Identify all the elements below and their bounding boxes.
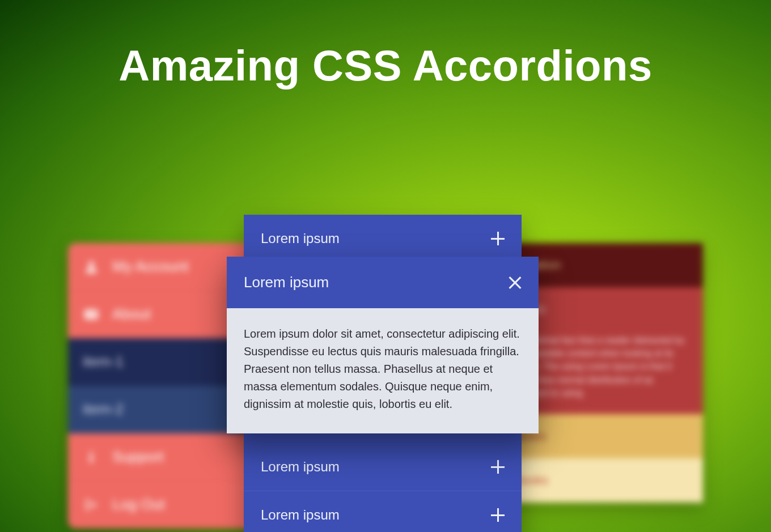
sidebar-item-label: About [112,305,151,323]
accordion-item-label: Lorem ipsum [261,231,340,246]
front-accordion-card: Lorem ipsum Lorem ipsum dolor sit amet, … [227,257,539,433]
svg-rect-1 [84,309,98,318]
info-icon [83,450,100,465]
plus-icon [491,460,505,474]
list-item-books[interactable]: Books [499,458,703,503]
svg-point-2 [87,313,90,316]
plus-icon [491,508,505,522]
accordion-open-header[interactable]: Lorem ipsum [227,257,539,308]
sidebar-item-label: My Account [112,258,188,275]
accordion-item[interactable]: Lorem ipsum [244,443,522,491]
accordion-open-body: Lorem ipsum dolor sit amet, consectetur … [227,308,539,433]
accordion-item[interactable]: Lorem ipsum [244,491,522,532]
svg-point-0 [88,261,94,266]
sidebar-item-label: Support [112,448,164,466]
accordion-open-label: Lorem ipsum [244,274,329,291]
user-icon [83,259,100,275]
plus-icon [491,232,505,245]
sidebar-item-label: Log Out [112,496,165,513]
accordion-item[interactable]: Lorem ipsum [244,215,522,263]
logout-icon [83,497,100,513]
accordion-item-label: Lorem ipsum [261,507,340,523]
svg-point-5 [90,452,93,454]
svg-rect-3 [91,312,96,313]
sidebar-item-label: item-2 [83,401,124,418]
svg-rect-6 [90,455,92,462]
sidebar-item-label: item-1 [83,353,124,371]
card-icon [83,307,100,322]
stage: My Account About item-1 item-2 Support L… [0,90,771,521]
svg-rect-4 [91,315,95,316]
accordion-item-label: Lorem ipsum [261,459,340,475]
close-icon[interactable] [508,276,522,290]
page-title: Amazing CSS Accordions [0,0,771,90]
